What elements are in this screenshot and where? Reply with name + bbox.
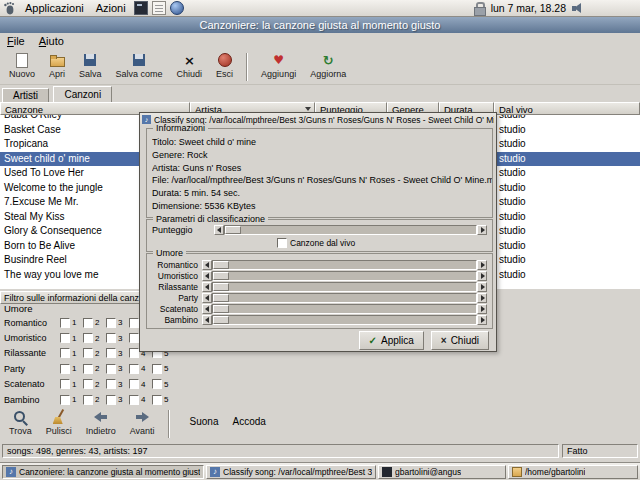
slider-track[interactable] [212, 304, 477, 314]
slider-left-arrow-icon[interactable] [202, 271, 212, 281]
volume-icon[interactable] [571, 1, 585, 15]
chiudi-button[interactable]: × Chiudi [431, 331, 489, 350]
column-header-dal-vivo[interactable]: Dal vivo [494, 102, 640, 115]
browser-launcher-icon[interactable] [170, 1, 184, 15]
mood-slider-scatenato[interactable] [202, 304, 487, 314]
taskbar-item[interactable]: /home/gbartolini [508, 465, 638, 479]
play-button-suona[interactable]: Suona [190, 416, 219, 427]
slider-thumb[interactable] [225, 226, 241, 234]
applica-button[interactable]: ✓ Applica [359, 331, 424, 350]
lock-screen-icon[interactable] [473, 1, 486, 15]
filter-checkbox-romantico-1[interactable] [60, 318, 70, 328]
panel-clock[interactable]: lun 7 mar, 18.28 [491, 2, 566, 14]
filter-checkbox-romantico-4[interactable] [129, 318, 139, 328]
filter-checkbox-party-5[interactable] [152, 364, 162, 374]
slider-track[interactable] [212, 260, 477, 270]
punteggio-slider[interactable] [214, 225, 487, 235]
slider-right-arrow-icon[interactable] [477, 271, 487, 281]
menu-applicazioni[interactable]: Applicazioni [19, 0, 90, 16]
menu-azioni[interactable]: Azioni [90, 0, 132, 16]
slider-thumb[interactable] [213, 261, 229, 269]
filter-checkbox-romantico-2[interactable] [83, 318, 93, 328]
mood-slider-party[interactable] [202, 293, 487, 303]
slider-thumb[interactable] [213, 272, 229, 280]
slider-track[interactable] [212, 293, 477, 303]
slider-track[interactable] [224, 225, 477, 235]
toolbar-button-aggiorna[interactable]: ↻Aggiorna [303, 51, 353, 83]
toolbar-button-apri[interactable]: Apri [42, 51, 72, 83]
slider-left-arrow-icon[interactable] [202, 315, 212, 325]
filter-checkbox-romantico-3[interactable] [106, 318, 116, 328]
live-checkbox-label: Canzone dal vivo [290, 238, 355, 248]
menu-file[interactable]: File [0, 33, 32, 49]
mood-slider-rilassante[interactable] [202, 282, 487, 292]
filter-checkbox-bambino-4[interactable] [129, 395, 139, 405]
toolbar-button-nuovo[interactable]: Nuovo [2, 51, 42, 83]
filter-checkbox-scatenato-5[interactable] [152, 379, 162, 389]
mood-slider-umoristico[interactable] [202, 271, 487, 281]
filter-checkbox-umoristico-1[interactable] [60, 333, 70, 343]
slider-track[interactable] [212, 282, 477, 292]
slider-thumb[interactable] [213, 294, 229, 302]
toolbar-button-avanti[interactable]: Avanti [123, 408, 162, 440]
slider-track[interactable] [212, 315, 477, 325]
window-titlebar[interactable]: Canzoniere: la canzone giusta al momento… [0, 17, 640, 33]
filter-checkbox-umoristico-2[interactable] [83, 333, 93, 343]
taskbar-item[interactable]: gbartolini@angus [378, 465, 506, 479]
slider-left-arrow-icon[interactable] [214, 225, 224, 235]
menu-aiuto[interactable]: Aiuto [32, 33, 71, 49]
filter-checkbox-bambino-3[interactable] [106, 395, 116, 405]
filter-checkbox-rilassante-1[interactable] [60, 348, 70, 358]
slider-thumb[interactable] [213, 283, 229, 291]
toolbar-button-indietro[interactable]: Indietro [79, 408, 123, 440]
slider-right-arrow-icon[interactable] [477, 315, 487, 325]
toolbar-button-trova[interactable]: Trova [2, 408, 39, 440]
filter-checkbox-party-4[interactable] [129, 364, 139, 374]
taskbar-item[interactable]: ♪Classify song: /var/local/mpthree/Best … [206, 465, 376, 479]
filter-checkbox-party-2[interactable] [83, 364, 93, 374]
music-note-icon: ♪ [6, 467, 16, 477]
filter-checkbox-rilassante-4[interactable] [129, 348, 139, 358]
toolbar-button-esci[interactable]: Esci [209, 51, 240, 83]
mood-slider-bambino[interactable] [202, 315, 487, 325]
toolbar-button-chiudi[interactable]: ×Chiudi [170, 51, 210, 83]
filter-checkbox-bambino-2[interactable] [83, 395, 93, 405]
filter-checkbox-umoristico-4[interactable] [129, 333, 139, 343]
toolbar-button-aggiungi[interactable]: ♥Aggiungi [254, 51, 303, 83]
filter-checkbox-bambino-5[interactable] [152, 395, 162, 405]
slider-right-arrow-icon[interactable] [477, 260, 487, 270]
taskbar-item[interactable]: ♪Canzoniere: la canzone giusta al moment… [2, 465, 204, 479]
slider-left-arrow-icon[interactable] [202, 260, 212, 270]
filter-checkbox-party-1[interactable] [60, 364, 70, 374]
terminal-launcher-icon[interactable] [134, 1, 148, 15]
toolbar-button-salva[interactable]: Salva [72, 51, 109, 83]
toolbar-button-salva-come[interactable]: Salva come [109, 51, 170, 83]
save-icon [82, 52, 98, 68]
slider-right-arrow-icon[interactable] [477, 282, 487, 292]
filter-checkbox-scatenato-4[interactable] [129, 379, 139, 389]
filter-checkbox-scatenato-1[interactable] [60, 379, 70, 389]
filter-checkbox-party-3[interactable] [106, 364, 116, 374]
filter-checkbox-scatenato-2[interactable] [83, 379, 93, 389]
slider-left-arrow-icon[interactable] [202, 282, 212, 292]
slider-track[interactable] [212, 271, 477, 281]
slider-left-arrow-icon[interactable] [202, 293, 212, 303]
slider-right-arrow-icon[interactable] [477, 225, 487, 235]
filter-checkbox-rilassante-3[interactable] [106, 348, 116, 358]
slider-right-arrow-icon[interactable] [477, 304, 487, 314]
filter-checkbox-umoristico-3[interactable] [106, 333, 116, 343]
play-button-accoda[interactable]: Accoda [233, 416, 266, 427]
filter-checkbox-rilassante-2[interactable] [83, 348, 93, 358]
filter-checkbox-bambino-1[interactable] [60, 395, 70, 405]
slider-left-arrow-icon[interactable] [202, 304, 212, 314]
slider-thumb[interactable] [213, 316, 229, 324]
gnome-menu-icon[interactable] [2, 1, 16, 15]
slider-thumb[interactable] [213, 305, 229, 313]
filter-checkbox-scatenato-3[interactable] [106, 379, 116, 389]
toolbar-button-pulisci[interactable]: Pulisci [39, 408, 79, 440]
editor-launcher-icon[interactable] [152, 1, 166, 15]
mood-slider-romantico[interactable] [202, 260, 487, 270]
live-checkbox[interactable] [277, 238, 287, 248]
slider-right-arrow-icon[interactable] [477, 293, 487, 303]
params-legend: Parametri di classificazione [153, 215, 268, 224]
